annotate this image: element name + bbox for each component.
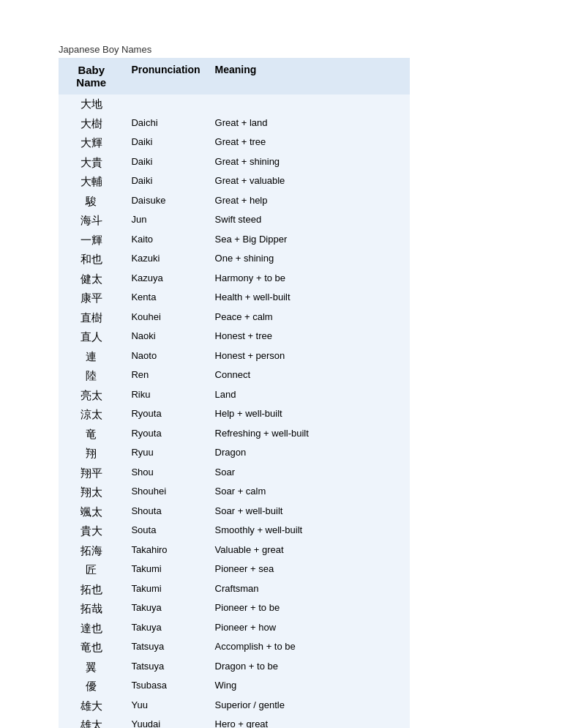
cell-baby-name: 駿 — [59, 192, 124, 212]
cell-baby-name: 連 — [59, 347, 124, 367]
table-row: 海斗JunSwift steed — [59, 211, 410, 231]
table-row: 陸RenConnect — [59, 366, 410, 386]
cell-baby-name: 貴大 — [59, 521, 124, 541]
cell-meaning: Superior / gentle — [208, 697, 410, 716]
header-baby-name: Baby Name — [59, 58, 124, 94]
cell-baby-name: 亮太 — [59, 386, 124, 406]
cell-pronunciation: Ryouta — [124, 405, 207, 425]
cell-baby-name: 康平 — [59, 289, 124, 308]
cell-pronunciation: Jun — [124, 211, 207, 231]
table-row: 大輔DaikiGreat + valuable — [59, 172, 410, 192]
table-row: 拓海TakahiroValuable + great — [59, 541, 410, 561]
cell-meaning: Hero + great — [208, 716, 410, 728]
cell-pronunciation: Souta — [124, 521, 207, 541]
cell-baby-name: 優 — [59, 677, 124, 697]
cell-baby-name: 颯太 — [59, 502, 124, 522]
table-row: 涼太RyoutaHelp + well-built — [59, 405, 410, 425]
table-row: 翔太ShouheiSoar + calm — [59, 483, 410, 502]
cell-pronunciation — [124, 94, 207, 114]
cell-meaning: Peace + calm — [208, 308, 410, 328]
cell-baby-name: 雄大 — [59, 697, 124, 716]
cell-meaning: Pioneer + sea — [208, 560, 410, 580]
cell-pronunciation: Kazuki — [124, 250, 207, 270]
table-row: 貴大SoutaSmoothly + well-built — [59, 521, 410, 541]
cell-pronunciation: Shouta — [124, 502, 207, 522]
cell-meaning: Craftsman — [208, 580, 410, 600]
cell-baby-name: 大輝 — [59, 133, 124, 153]
cell-meaning: Soar + well-built — [208, 502, 410, 522]
cell-pronunciation: Daiki — [124, 133, 207, 153]
cell-pronunciation: Daiki — [124, 172, 207, 192]
cell-baby-name: 直樹 — [59, 308, 124, 328]
cell-baby-name: 翔 — [59, 444, 124, 464]
table-row: 大輝DaikiGreat + tree — [59, 133, 410, 153]
table-row: 大樹DaichiGreat + land — [59, 114, 410, 134]
cell-pronunciation: Takumi — [124, 580, 207, 600]
cell-pronunciation: Tsubasa — [124, 677, 207, 697]
cell-pronunciation: Takumi — [124, 560, 207, 580]
cell-baby-name: 和也 — [59, 250, 124, 270]
cell-pronunciation: Kenta — [124, 289, 207, 308]
cell-meaning: Help + well-built — [208, 405, 410, 425]
cell-pronunciation: Kouhei — [124, 308, 207, 328]
cell-pronunciation: Yuu — [124, 697, 207, 716]
cell-meaning: Great + valuable — [208, 172, 410, 192]
cell-baby-name: 海斗 — [59, 211, 124, 231]
cell-baby-name: 拓海 — [59, 541, 124, 561]
cell-pronunciation: Kazuya — [124, 270, 207, 289]
table-row: 直人NaokiHonest + tree — [59, 327, 410, 347]
table-row: 大地 — [59, 94, 410, 114]
cell-pronunciation: Shouhei — [124, 483, 207, 502]
cell-meaning: Great + land — [208, 114, 410, 134]
cell-meaning: Soar — [208, 464, 410, 483]
cell-meaning — [208, 94, 410, 114]
cell-baby-name: 拓哉 — [59, 599, 124, 619]
cell-pronunciation: Ren — [124, 366, 207, 386]
cell-baby-name: 大地 — [59, 94, 124, 114]
cell-baby-name: 大輔 — [59, 172, 124, 192]
cell-baby-name: 大樹 — [59, 114, 124, 134]
cell-pronunciation: Takahiro — [124, 541, 207, 561]
cell-pronunciation: Daiki — [124, 153, 207, 173]
table-row: 大貴DaikiGreat + shining — [59, 153, 410, 173]
cell-pronunciation: Tatsuya — [124, 638, 207, 658]
table-row: 亮太RikuLand — [59, 386, 410, 406]
cell-meaning: Soar + calm — [208, 483, 410, 502]
table-row: 雄太YuudaiHero + great — [59, 716, 410, 728]
cell-baby-name: 竜也 — [59, 638, 124, 658]
cell-pronunciation: Riku — [124, 386, 207, 406]
cell-pronunciation: Daichi — [124, 114, 207, 134]
cell-baby-name: 雄太 — [59, 716, 124, 728]
table-row: 健太KazuyaHarmony + to be — [59, 270, 410, 289]
cell-meaning: Swift steed — [208, 211, 410, 231]
cell-baby-name: 大貴 — [59, 153, 124, 173]
header-meaning: Meaning — [208, 58, 410, 94]
cell-meaning: Smoothly + well-built — [208, 521, 410, 541]
table-row: 達也TakuyaPioneer + how — [59, 619, 410, 639]
cell-baby-name: 竜 — [59, 425, 124, 445]
names-table: Baby Name Pronunciation Meaning 大地大樹Daic… — [59, 58, 410, 728]
cell-meaning: Great + shining — [208, 153, 410, 173]
table-row: 直樹KouheiPeace + calm — [59, 308, 410, 328]
table-row: 和也KazukiOne + shining — [59, 250, 410, 270]
cell-baby-name: 涼太 — [59, 405, 124, 425]
cell-pronunciation: Takuya — [124, 599, 207, 619]
table-row: 駿DaisukeGreat + help — [59, 192, 410, 212]
cell-pronunciation: Daisuke — [124, 192, 207, 212]
table-row: 翼TatsuyaDragon + to be — [59, 658, 410, 677]
cell-meaning: Harmony + to be — [208, 270, 410, 289]
cell-meaning: Honest + tree — [208, 327, 410, 347]
cell-pronunciation: Tatsuya — [124, 658, 207, 677]
cell-meaning: Dragon — [208, 444, 410, 464]
cell-meaning: Sea + Big Dipper — [208, 231, 410, 250]
table-header-row: Baby Name Pronunciation Meaning — [59, 58, 410, 94]
cell-meaning: Dragon + to be — [208, 658, 410, 677]
cell-meaning: Valuable + great — [208, 541, 410, 561]
cell-pronunciation: Ryuu — [124, 444, 207, 464]
table-row: 匠TakumiPioneer + sea — [59, 560, 410, 580]
cell-meaning: Wing — [208, 677, 410, 697]
cell-pronunciation: Takuya — [124, 619, 207, 639]
cell-meaning: Health + well-built — [208, 289, 410, 308]
table-row: 颯太ShoutaSoar + well-built — [59, 502, 410, 522]
cell-baby-name: 拓也 — [59, 580, 124, 600]
